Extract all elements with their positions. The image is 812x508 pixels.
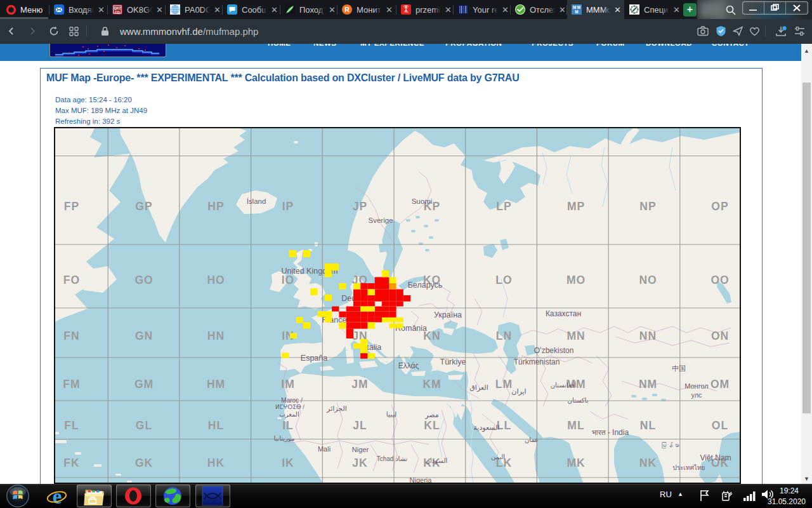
- svg-text:FO: FO: [63, 274, 80, 286]
- svg-text:MO: MO: [566, 274, 586, 286]
- svg-text:Việt Nam: Việt Nam: [700, 453, 731, 462]
- svg-text:HK: HK: [207, 457, 225, 469]
- svg-text:e: e: [53, 486, 62, 506]
- svg-text:Mali: Mali: [318, 445, 331, 453]
- svg-text:Казахстан: Казахстан: [546, 309, 581, 318]
- svg-text:Türkiye: Türkiye: [440, 358, 466, 366]
- svg-text:أفغانستان: أفغانستان: [551, 381, 577, 389]
- svg-text:M: M: [577, 5, 580, 10]
- svg-text:LN: LN: [496, 330, 512, 342]
- svg-text:JM: JM: [351, 378, 368, 391]
- svg-text:M: M: [573, 5, 576, 10]
- svg-text:NN: NN: [639, 330, 657, 342]
- svg-text:GN: GN: [135, 330, 153, 342]
- svg-text:عمان: عمان: [525, 436, 539, 443]
- svg-text:ⵍⵎⵖⵔⵉⴱ /: ⵍⵎⵖⵔⵉⴱ /: [275, 404, 304, 410]
- svg-text:MK: MK: [566, 457, 585, 469]
- svg-text:HN: HN: [207, 330, 225, 342]
- svg-text:FK: FK: [63, 457, 79, 469]
- svg-text:Беларусь: Беларусь: [408, 281, 443, 290]
- svg-text:Ísland: Ísland: [247, 197, 266, 205]
- svg-text:NP: NP: [639, 200, 656, 213]
- svg-text:اليمن: اليمن: [491, 453, 505, 460]
- svg-text:ON: ON: [711, 330, 729, 342]
- svg-text:JP: JP: [353, 200, 367, 213]
- svg-text:ประเทศไทย: ประเทศไทย: [673, 464, 705, 471]
- svg-text:OM: OM: [710, 378, 730, 391]
- svg-text:ML: ML: [567, 419, 584, 432]
- svg-text:موريتانيا: موريتانيا: [273, 435, 294, 442]
- svg-text:မြန်မာ: မြန်မာ: [660, 442, 679, 449]
- svg-text:HP: HP: [207, 200, 224, 213]
- svg-text:JL: JL: [353, 419, 367, 432]
- svg-text:FP: FP: [64, 200, 79, 213]
- svg-text:España: España: [301, 354, 327, 363]
- svg-text:IP: IP: [282, 200, 294, 213]
- svg-text:Niger: Niger: [352, 446, 369, 453]
- svg-text:IK: IK: [282, 457, 294, 469]
- svg-text:الجزائر: الجزائر: [326, 404, 347, 413]
- svg-text:LO: LO: [495, 274, 512, 286]
- svg-text:Oʻzbekiston: Oʻzbekiston: [534, 346, 574, 355]
- svg-text:KL: KL: [424, 419, 440, 432]
- svg-text:FM: FM: [63, 378, 80, 391]
- svg-text:HM: HM: [207, 378, 225, 391]
- svg-text:KM: KM: [422, 378, 441, 391]
- svg-text:GK: GK: [135, 457, 153, 469]
- svg-text:MP: MP: [567, 200, 585, 213]
- svg-text:JK: JK: [352, 457, 367, 469]
- svg-text:OP: OP: [711, 200, 728, 213]
- svg-text:HO: HO: [207, 274, 225, 286]
- svg-text:ليبيا: ليبيا: [386, 410, 397, 418]
- svg-text:中国: 中国: [672, 364, 686, 372]
- svg-text:M: M: [575, 10, 578, 14]
- svg-text:OO: OO: [710, 274, 729, 286]
- svg-text:GO: GO: [134, 274, 153, 286]
- svg-text:CQ: CQ: [115, 10, 120, 14]
- svg-text:IL: IL: [282, 419, 294, 432]
- svg-text:Maroc /: Maroc /: [281, 397, 303, 404]
- svg-text:भारत - India: भारत - India: [592, 428, 629, 437]
- svg-text:HL: HL: [208, 419, 224, 432]
- svg-text:باكستان: باكستان: [568, 397, 589, 404]
- svg-text:المغرب: المغرب: [279, 411, 299, 418]
- svg-text:Suomi: Suomi: [412, 197, 433, 205]
- svg-text:Ελλάς: Ελλάς: [398, 361, 419, 370]
- svg-text:MN: MN: [566, 330, 585, 342]
- svg-text:NM: NM: [639, 378, 657, 391]
- svg-text:Sverige: Sverige: [369, 217, 393, 224]
- svg-text:السودان: السودان: [426, 457, 448, 464]
- svg-text:IO: IO: [282, 274, 294, 286]
- svg-text:GM: GM: [134, 378, 154, 391]
- svg-text:العراق: العراق: [469, 384, 488, 392]
- svg-text:Türkmenistan: Türkmenistan: [514, 358, 560, 366]
- svg-text:FN: FN: [63, 330, 79, 342]
- svg-text:Монгол: Монгол: [684, 382, 709, 390]
- svg-text:NO: NO: [639, 274, 657, 286]
- svg-text:NK: NK: [639, 457, 657, 469]
- svg-text:R: R: [344, 6, 350, 13]
- svg-text:ايران: ايران: [511, 387, 526, 396]
- svg-text:IM: IM: [281, 378, 294, 391]
- svg-text:улс: улс: [691, 391, 702, 399]
- svg-text:NL: NL: [640, 419, 656, 432]
- svg-text:LM: LM: [495, 378, 513, 391]
- svg-text:OL: OL: [712, 419, 728, 432]
- svg-text:LP: LP: [496, 200, 511, 213]
- svg-text:GP: GP: [135, 200, 152, 213]
- svg-text:FL: FL: [64, 419, 79, 432]
- svg-text:السعودية: السعودية: [473, 424, 499, 432]
- svg-text:GL: GL: [136, 419, 152, 432]
- svg-text:مصر: مصر: [424, 411, 439, 419]
- svg-text:Україна: Україна: [434, 311, 462, 319]
- svg-text:Tchad تشاد: Tchad تشاد: [377, 455, 408, 462]
